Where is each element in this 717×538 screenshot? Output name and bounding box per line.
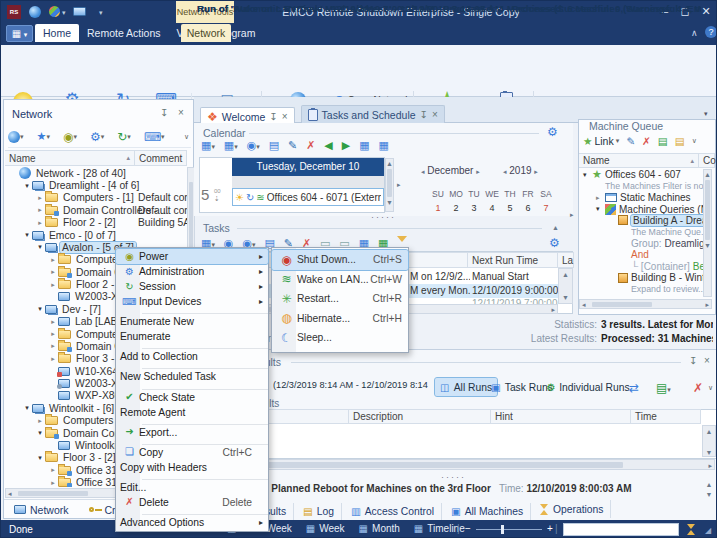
zoom-in-button[interactable]: + <box>547 523 553 534</box>
menu-item[interactable]: Copy with Headers <box>116 460 268 475</box>
view-button[interactable]: ▦Month <box>359 523 400 534</box>
results-vscrollbar[interactable]: ▲▼ <box>702 425 716 457</box>
app-menu-button[interactable]: ▦ ▾ <box>6 25 33 42</box>
report-icon[interactable]: ▤ <box>269 139 279 152</box>
clear-icon[interactable]: ✗ <box>693 381 703 395</box>
menu-item[interactable]: New Scheduled Task <box>116 369 268 384</box>
compare-icon[interactable]: ⇄ <box>629 381 639 395</box>
menu-item[interactable]: Enumerate <box>116 329 268 344</box>
expander-icon[interactable] <box>35 206 45 214</box>
queue-row[interactable]: Machine Queries (Net... <box>579 203 703 214</box>
expander-icon[interactable] <box>35 429 45 437</box>
toolbar-button[interactable]: ▾ <box>8 131 24 143</box>
queue-item-label[interactable]: And <box>631 249 649 260</box>
qat-theme-arrow-icon[interactable]: ▾ <box>62 9 66 17</box>
queue-col-comment[interactable]: Co <box>699 153 715 168</box>
tasks-col-last[interactable]: La <box>558 252 574 268</box>
ribbon-tab-network[interactable]: Network <box>181 24 231 42</box>
results-tab[interactable]: ▤Log <box>296 503 342 521</box>
queue-item-label[interactable]: Building A - Drea... <box>631 215 703 226</box>
close-panel-icon[interactable]: × <box>704 355 710 366</box>
expander-icon[interactable] <box>48 355 58 363</box>
expander-icon[interactable] <box>35 243 45 251</box>
menu-item[interactable]: ✗ Delete Delete <box>116 495 268 510</box>
queue-vscrollbar[interactable]: ▲▼ <box>703 169 712 297</box>
menu-item[interactable]: ✔ Check State <box>116 390 268 405</box>
submenu-item[interactable]: ◉ Shut Down... Ctrl+S <box>272 250 408 270</box>
calendar-event[interactable]: ☀ ↻ ≋ Offices 604 - 6071 (External <box>233 189 383 205</box>
zoom-out-button[interactable]: − <box>465 523 471 534</box>
tree-row[interactable]: Dreamlight - [4 of 6] <box>5 179 187 191</box>
results-tab[interactable]: Operations <box>533 500 611 518</box>
tree-item-label[interactable]: Emco - [0 of 7] <box>47 230 118 241</box>
qat-globe-icon[interactable] <box>29 6 41 18</box>
expander-icon[interactable] <box>22 404 32 412</box>
run-icon[interactable]: ◉▾ <box>247 139 260 152</box>
queue-item-label[interactable]: Dreamlight <box>665 238 703 249</box>
tree-item-label[interactable]: Floor 2 - [2] <box>61 217 118 228</box>
menu-item[interactable]: ⚙ Administration <box>116 264 268 279</box>
expander-icon[interactable] <box>48 479 58 487</box>
expander-icon[interactable] <box>22 231 32 239</box>
detail-scroll[interactable]: ▲▼ <box>702 481 716 499</box>
tree-item-label[interactable]: Network - [28 of 40] <box>34 168 128 179</box>
calendar-settings-gear-icon[interactable]: ⚙ <box>547 125 558 139</box>
queue-row[interactable]: The Machines Filter is not... <box>579 180 703 191</box>
menu-item[interactable]: Remote Agent <box>116 405 268 420</box>
tree-row[interactable]: Computers - [1] Default conta... <box>5 192 187 204</box>
qat-screen-icon[interactable] <box>73 7 86 16</box>
queue-row[interactable]: Group: Dreamlight <box>579 238 703 249</box>
prev-icon[interactable]: ◀ <box>324 139 332 152</box>
expander-icon[interactable] <box>48 466 58 474</box>
queue-item-label[interactable]: Offices 604 - 607 <box>605 169 681 180</box>
menu-item[interactable]: ⌨ Input Devices <box>116 294 268 309</box>
new-schedule-icon[interactable]: ▦▾ <box>201 139 215 152</box>
tree-row[interactable]: Floor 2 - [2] Building 5A -... <box>5 217 187 229</box>
queue-item-label[interactable]: Expand to review... <box>631 284 703 294</box>
qat-overflow-icon[interactable]: ▾ <box>99 9 103 17</box>
queue-item-label[interactable]: Begins w... <box>693 261 703 272</box>
tasks-col-next-run[interactable]: Next Run Time <box>468 252 558 268</box>
menu-item[interactable]: Edit... <box>116 480 268 495</box>
tasks-gear-icon[interactable]: ⚙ <box>549 236 560 250</box>
queue-col-name[interactable]: Name▴ <box>579 153 699 168</box>
queue-row[interactable]: └ [Container] Begins w... <box>579 261 703 272</box>
queue-row[interactable]: Building B - Wint... <box>579 272 703 283</box>
tree-item-label[interactable]: Dev - [7] <box>60 304 103 315</box>
tree-row[interactable]: Network - [28 of 40] <box>5 167 187 179</box>
detail-view-icon[interactable]: ▤ <box>675 135 685 147</box>
delete-icon[interactable]: ✗ <box>642 135 651 147</box>
status-input[interactable] <box>563 523 679 536</box>
pin-icon[interactable]: ↧ <box>689 355 697 366</box>
expander-icon[interactable] <box>35 417 45 425</box>
results-col-description[interactable]: Description <box>349 409 491 424</box>
submenu-item[interactable]: ≋ Wake on LAN... Ctrl+W <box>272 270 408 290</box>
next-icon[interactable]: ▶ <box>342 139 350 152</box>
expander-icon[interactable] <box>48 256 58 264</box>
list-view-icon[interactable]: ▤ <box>658 135 668 147</box>
pin-icon[interactable]: ↧ <box>420 109 428 120</box>
column-header-name[interactable]: Name▴ <box>5 150 135 166</box>
day-cell[interactable]: 2 <box>447 203 465 213</box>
results-col-hint[interactable]: Hint <box>491 409 631 424</box>
queue-item-label[interactable]: Static Machines <box>620 192 691 203</box>
close-tab-icon[interactable]: × <box>282 111 288 122</box>
tree-row[interactable]: Emco - [0 of 7] <box>5 229 187 241</box>
pin-icon[interactable]: ↧ <box>160 107 168 118</box>
expander-icon[interactable] <box>596 194 605 202</box>
results-tab[interactable]: ▥Access Control <box>344 503 442 521</box>
new-task-icon[interactable]: ▦▾ <box>224 139 238 152</box>
task-cell-next[interactable]: Manual Start <box>472 271 558 282</box>
expand-hour-icon[interactable]: ⇣ <box>214 195 220 203</box>
day-cell[interactable]: 4 <box>483 203 501 213</box>
submenu-item[interactable]: ◍ Hibernate... Ctrl+H <box>272 309 408 329</box>
queue-row[interactable]: Static Machines <box>579 192 703 203</box>
task-cell-schedule[interactable]: M every Mon... <box>410 285 470 296</box>
expander-icon[interactable] <box>22 182 32 190</box>
results-hscrollbar[interactable]: ▸ <box>198 459 715 470</box>
qat-theme-icon[interactable] <box>49 6 60 17</box>
view-day-icon[interactable]: ▦ <box>359 139 369 152</box>
submenu-item[interactable]: ✳ Restart... Ctrl+R <box>272 289 408 309</box>
queue-hscrollbar[interactable]: ◂▸ <box>579 299 712 309</box>
pin-icon[interactable]: ↧ <box>269 111 277 122</box>
